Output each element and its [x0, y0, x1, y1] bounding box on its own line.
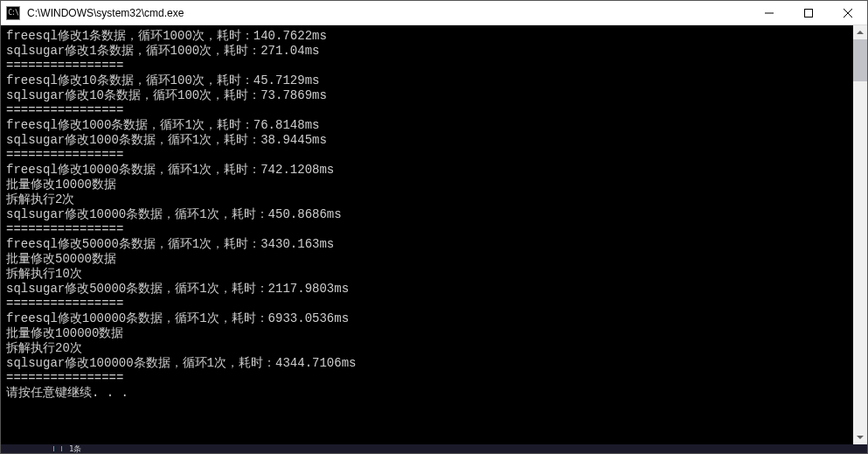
- svg-marker-5: [857, 436, 864, 439]
- chevron-down-icon: [857, 436, 864, 439]
- console-line: ================: [6, 371, 848, 386]
- console-line: freesql修改50000条数据，循环1次，耗时：3430.163ms: [6, 237, 848, 252]
- scroll-down-arrow[interactable]: [853, 430, 867, 444]
- minimize-icon: [765, 9, 774, 17]
- titlebar[interactable]: C:\ C:\WINDOWS\system32\cmd.exe: [1, 1, 867, 25]
- tick-mark: [53, 446, 54, 451]
- console-output[interactable]: freesql修改1条数据，循环1000次，耗时：140.7622mssqlsu…: [1, 25, 853, 444]
- maximize-button[interactable]: [788, 1, 828, 24]
- maximize-icon: [804, 9, 813, 17]
- console-line: sqlsugar修改1000条数据，循环1次，耗时：38.9445ms: [6, 133, 848, 148]
- console-line: freesql修改10000条数据，循环1次，耗时：742.1208ms: [6, 163, 848, 178]
- bottom-text: 1条: [69, 444, 81, 455]
- cmd-window: C:\ C:\WINDOWS\system32\cmd.exe freesql修…: [0, 0, 868, 454]
- console-line: ================: [6, 297, 848, 311]
- console-line: 批量修改100000数据: [6, 326, 848, 341]
- console-line: sqlsugar修改100000条数据，循环1次，耗时：4344.7106ms: [6, 356, 848, 371]
- console-line: 请按任意键继续. . .: [6, 386, 848, 401]
- console-line: 拆解执行10次: [6, 267, 848, 282]
- console-line: sqlsugar修改10000条数据，循环1次，耗时：450.8686ms: [6, 207, 848, 222]
- window-title: C:\WINDOWS\system32\cmd.exe: [25, 7, 749, 19]
- console-line: ================: [6, 148, 848, 163]
- svg-marker-4: [857, 31, 864, 34]
- close-icon: [844, 9, 852, 17]
- scroll-up-arrow[interactable]: [853, 25, 867, 39]
- console-line: ================: [6, 59, 848, 73]
- console-line: 拆解执行2次: [6, 192, 848, 207]
- console-line: sqlsugar修改10条数据，循环100次，耗时：73.7869ms: [6, 88, 848, 103]
- console-line: freesql修改10条数据，循环100次，耗时：45.7129ms: [6, 73, 848, 88]
- minimize-button[interactable]: [749, 1, 788, 24]
- scroll-track[interactable]: [853, 39, 867, 430]
- console-line: 拆解执行20次: [6, 341, 848, 356]
- svg-rect-1: [804, 9, 812, 17]
- console-line: sqlsugar修改50000条数据，循环1次，耗时：2117.9803ms: [6, 282, 848, 297]
- bottom-strip: 1条: [1, 444, 867, 453]
- console-line: sqlsugar修改1条数据，循环1000次，耗时：271.04ms: [6, 44, 848, 59]
- console-line: ================: [6, 222, 848, 237]
- close-button[interactable]: [828, 1, 867, 24]
- console-line: freesql修改1条数据，循环1000次，耗时：140.7622ms: [6, 29, 848, 44]
- console-line: ================: [6, 103, 848, 118]
- tick-mark: [61, 446, 62, 451]
- window-controls: [749, 1, 867, 24]
- vertical-scrollbar[interactable]: [853, 25, 867, 444]
- cmd-icon: C:\: [6, 6, 20, 20]
- console-area: freesql修改1条数据，循环1000次，耗时：140.7622mssqlsu…: [1, 25, 867, 444]
- console-line: freesql修改1000条数据，循环1次，耗时：76.8148ms: [6, 118, 848, 133]
- console-line: 批量修改50000数据: [6, 252, 848, 267]
- scroll-thumb[interactable]: [853, 39, 867, 81]
- chevron-up-icon: [857, 31, 864, 34]
- console-line: 批量修改10000数据: [6, 178, 848, 192]
- console-line: freesql修改100000条数据，循环1次，耗时：6933.0536ms: [6, 311, 848, 326]
